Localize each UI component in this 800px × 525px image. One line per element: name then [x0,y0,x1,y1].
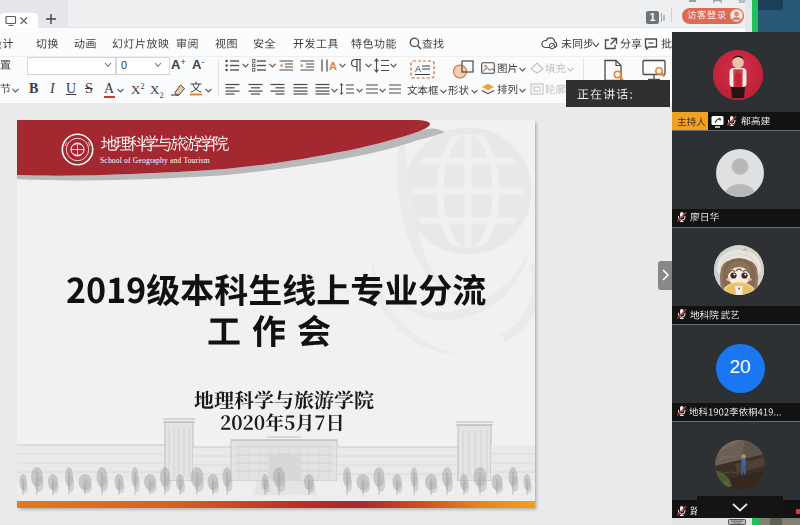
svg-text:A: A [329,60,337,72]
svg-text:A: A [415,64,421,74]
